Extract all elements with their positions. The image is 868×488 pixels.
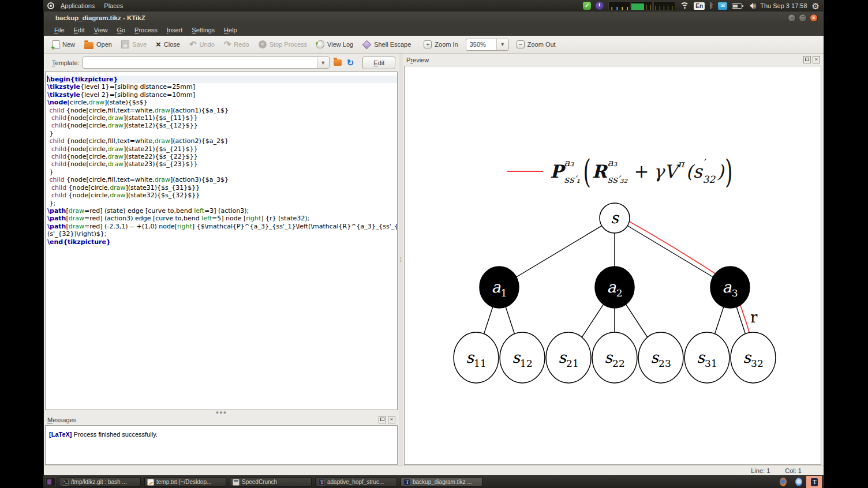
new-button[interactable]: New — [48, 39, 79, 51]
vertical-splitter[interactable]: ⁞ — [399, 54, 403, 466]
code-line: }; — [46, 200, 397, 207]
distro-logo-icon[interactable] — [47, 2, 54, 9]
template-row: Template: ▼ ↻ Edit — [44, 54, 399, 72]
titlebar[interactable]: backup_diagram.tikz - KTikZ − □ × — [44, 12, 824, 24]
close-button[interactable]: × — [810, 14, 818, 22]
maximize-button[interactable]: □ — [799, 14, 807, 22]
stop-icon: × — [259, 40, 267, 48]
battery-icon[interactable] — [732, 3, 742, 9]
system-monitor-graphs[interactable] — [608, 1, 675, 10]
preview-title: Preview — [406, 57, 429, 63]
minimize-button[interactable]: − — [788, 14, 796, 22]
statusbar: Line: 1 Col: 1 — [44, 465, 824, 475]
task-item[interactable]: temp.txt (~/Desktop... — [144, 477, 226, 487]
code-line: } — [46, 130, 397, 137]
speedcrunch-icon — [233, 479, 240, 486]
preview-canvas: sa1a2a3s11s12s21s22s23s31s32r Pa₃ss′₁(Ra… — [404, 66, 821, 465]
undo-button[interactable]: ↶Undo — [185, 39, 219, 50]
template-label: Template: — [52, 59, 80, 66]
tikz-preview-diagram: sa1a2a3s11s12s21s22s23s31s32r — [405, 66, 821, 464]
menu-file[interactable]: File — [50, 25, 69, 35]
close-file-button[interactable]: ×Close — [152, 39, 184, 50]
chevron-down-icon[interactable]: ▼ — [317, 57, 329, 68]
open-folder-icon — [84, 42, 93, 49]
shell-escape-button[interactable]: Shell Escape — [358, 39, 415, 50]
code-line: child{node[circle,draw](state23){$s_{23}… — [46, 160, 397, 168]
menu-settings[interactable]: Settings — [187, 25, 219, 35]
ktikz-icon — [403, 479, 410, 486]
menu-view[interactable]: View — [89, 25, 113, 35]
menu-go[interactable]: Go — [112, 25, 130, 35]
reward-edge-label: r — [750, 309, 758, 326]
firefox-task[interactable] — [775, 476, 791, 488]
top-panel: Applications Places ✓ En ᛒ ✉ ))) Thu Sep… — [43, 0, 824, 12]
save-button[interactable]: Save — [117, 39, 151, 50]
template-combobox[interactable]: ▼ — [83, 57, 330, 69]
horizontal-splitter[interactable]: ●●● — [44, 410, 399, 414]
zoom-out-button[interactable]: −Zoom Out — [512, 39, 560, 50]
workspace-switcher[interactable] — [46, 478, 55, 486]
code-line: child{node[circle,draw](state12){$s_{12}… — [46, 122, 397, 129]
task-item[interactable]: SpeedCrunch — [230, 477, 312, 487]
status-line: Line: 1 — [751, 467, 770, 474]
float-dock-icon[interactable] — [379, 416, 386, 423]
update-ok-icon[interactable]: ✓ — [583, 2, 591, 10]
code-line: child {node[circle,draw](state31){$s_{31… — [46, 184, 397, 192]
ktikz-attention-task[interactable] — [806, 476, 822, 488]
template-open-icon[interactable] — [334, 59, 342, 66]
task-item[interactable]: backup_diagram.tikz ... — [401, 477, 482, 487]
task-item[interactable]: /tmp/ktikz.git : bash ... — [59, 477, 141, 487]
volume-icon[interactable]: ))) — [747, 3, 755, 9]
zoom-in-icon: + — [424, 40, 432, 48]
formula-token: R — [592, 161, 607, 182]
menu-process[interactable]: Process — [130, 25, 162, 35]
main-toolbar: New Open Save ×Close ↶Undo ↷Redo ×Stop P… — [44, 36, 824, 54]
open-button[interactable]: Open — [80, 39, 116, 51]
template-edit-button[interactable]: Edit — [362, 57, 395, 69]
chevron-down-icon[interactable]: ▼ — [496, 39, 508, 50]
clock[interactable]: Thu Sep 3 17:58 — [760, 2, 807, 9]
taskbar: /tmp/ktikz.git : bash ...temp.txt (~/Des… — [43, 476, 824, 488]
menu-help[interactable]: Help — [219, 25, 242, 35]
keyboard-layout-indicator[interactable]: En — [694, 2, 705, 10]
float-dock-icon[interactable] — [803, 56, 811, 63]
code-line: (s'_{32})\right)$}; — [46, 230, 397, 238]
messages-content: [LaTeX] Process finished successfully. — [45, 425, 398, 465]
template-reload-icon[interactable]: ↻ — [347, 59, 354, 67]
stop-process-button[interactable]: ×Stop Process — [255, 39, 311, 50]
wifi-icon[interactable] — [680, 2, 689, 9]
formula-token: γV — [653, 161, 677, 182]
ktikz-icon — [318, 479, 325, 486]
formula-token: s — [693, 161, 702, 182]
redo-button[interactable]: ↷Redo — [220, 39, 253, 50]
applications-menu[interactable]: Applications — [58, 1, 98, 10]
view-log-button[interactable]: View Log — [312, 39, 357, 50]
task-item[interactable]: adaptive_hopf_struc... — [315, 477, 397, 487]
bluetooth-icon[interactable]: ᛒ — [709, 2, 713, 10]
code-line: child {node[circle,fill,text=white,draw]… — [46, 176, 397, 183]
timer-indicator-icon[interactable] — [596, 2, 604, 10]
mail-icon[interactable]: ✉ — [718, 2, 727, 10]
code-line: child {node[circle,fill,text=white,draw]… — [46, 107, 397, 114]
code-line: child{node[circle,draw](state22){$s_{22}… — [46, 153, 397, 160]
save-disk-icon — [121, 40, 129, 48]
cpu-graph — [608, 1, 630, 10]
formula-token: P — [550, 161, 563, 182]
menu-insert[interactable]: Insert — [162, 25, 188, 35]
firefox-icon — [780, 478, 787, 486]
chromium-task[interactable] — [791, 476, 806, 488]
zoom-level-combobox[interactable]: 350% ▼ — [466, 39, 509, 51]
code-line: } — [46, 168, 397, 176]
menu-edit[interactable]: Edit — [69, 25, 89, 35]
close-dock-icon[interactable]: × — [388, 416, 395, 423]
code-line: child{node[circle,draw](state21){$s_{21}… — [46, 145, 397, 153]
desktop-screen: Applications Places ✓ En ᛒ ✉ ))) Thu Sep… — [43, 0, 824, 488]
zoom-in-button[interactable]: +Zoom In — [420, 39, 462, 50]
ktikz-window: backup_diagram.tikz - KTikZ − □ × FileEd… — [43, 12, 824, 476]
zoom-out-icon: − — [517, 40, 525, 48]
session-gear-icon[interactable]: ⚙ — [812, 2, 820, 10]
places-menu[interactable]: Places — [101, 1, 126, 10]
close-dock-icon[interactable]: × — [813, 56, 820, 63]
network-graph — [653, 1, 675, 10]
code-editor[interactable]: \begin{tikzpicture}\tikzstyle{level 1}=[… — [45, 72, 398, 410]
